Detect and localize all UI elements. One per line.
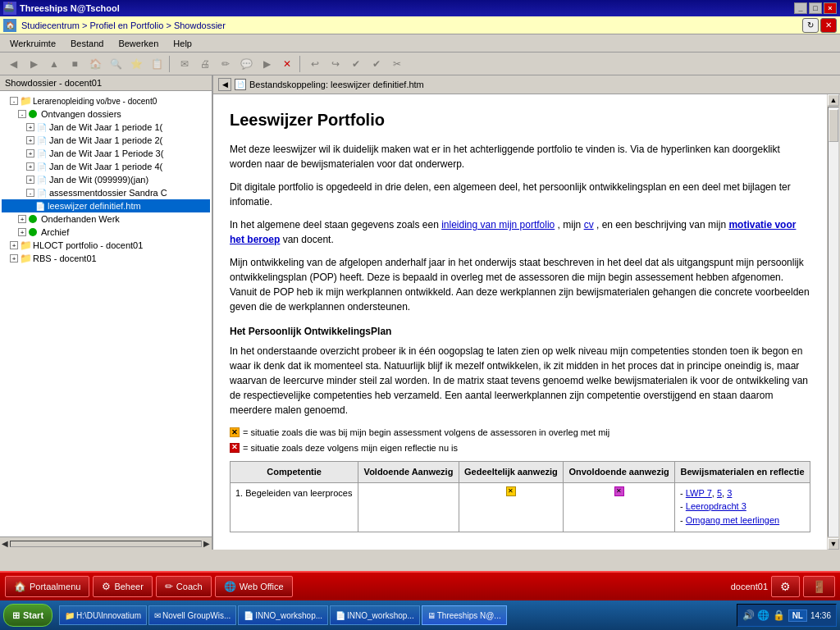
task-inno2[interactable]: 📄 INNO_workshop... bbox=[330, 605, 420, 625]
search-btn[interactable]: 🔍 bbox=[106, 55, 126, 73]
portaalmenu-icon: 🏠 bbox=[14, 581, 26, 592]
link-omgang[interactable]: Omgang met leerlingen bbox=[686, 515, 779, 525]
menu-bar: Werkruimte Bestand Bewerken Help bbox=[0, 34, 840, 52]
user-settings-btn[interactable]: ⚙ bbox=[771, 576, 800, 597]
menu-help[interactable]: Help bbox=[167, 37, 199, 50]
task-threeships[interactable]: 🖥 Threeships N@... bbox=[422, 605, 507, 625]
portaalmenu-btn[interactable]: 🏠 Portaalmenu bbox=[5, 576, 89, 597]
scroll-down-btn[interactable]: ▼ bbox=[828, 538, 839, 550]
expand-jan3[interactable]: + bbox=[26, 149, 34, 158]
menu-bestand[interactable]: Bestand bbox=[64, 37, 110, 50]
panel-nav-btn[interactable]: ◀ bbox=[218, 78, 231, 91]
task-inno2-label: INNO_workshop... bbox=[347, 611, 414, 620]
print-btn[interactable]: 🖨 bbox=[195, 55, 215, 73]
expand-jan2[interactable]: + bbox=[26, 136, 34, 144]
expand-onderhanden[interactable]: + bbox=[18, 215, 26, 223]
tree-item-ontvangen[interactable]: - Ontvangen dossiers bbox=[2, 107, 210, 121]
weboffice-btn[interactable]: 🌐 Web Office bbox=[215, 576, 293, 597]
extra4-btn[interactable]: ✔ bbox=[367, 55, 386, 73]
stop-btn[interactable]: ■ bbox=[65, 55, 84, 73]
extra3-btn[interactable]: ✔ bbox=[346, 55, 366, 73]
link-cv[interactable]: cv bbox=[584, 219, 594, 231]
start-button[interactable]: ⊞ Start bbox=[3, 604, 52, 627]
legend-item-2: ✕ = situatie zoals deze volgens mijn eig… bbox=[230, 441, 810, 455]
task-inno1[interactable]: 📄 INNO_workshop... bbox=[238, 605, 328, 625]
menu-bewerken[interactable]: Bewerken bbox=[112, 37, 165, 50]
tree-item-rbs[interactable]: + 📁 RBS - docent01 bbox=[2, 252, 210, 265]
expand-archief[interactable]: + bbox=[18, 228, 26, 236]
tree-item-assessment[interactable]: - 📄 assessmentdossier Sandra C bbox=[2, 186, 210, 199]
maximize-btn[interactable]: □ bbox=[809, 2, 822, 14]
minimize-btn[interactable]: _ bbox=[794, 2, 807, 14]
vertical-scrollbar[interactable]: ▲ ▼ bbox=[827, 94, 840, 550]
expand-assessment[interactable]: - bbox=[26, 189, 34, 197]
tree-label: Lerarenopleiding vo/bve - docent0 bbox=[33, 97, 157, 106]
scroll-right-btn[interactable]: ▶ bbox=[203, 539, 210, 548]
table-row-1: 1. Begeleiden van leerproces ✕ ✕ bbox=[231, 482, 810, 532]
task-folder[interactable]: 📁 H:\DU\Innovatium bbox=[59, 605, 147, 625]
tree-label-jan3: Jan de Wit Jaar 1 Periode 3( bbox=[49, 148, 163, 158]
expand-jan099[interactable]: + bbox=[26, 176, 34, 184]
scroll-left-btn[interactable]: ◀ bbox=[2, 539, 8, 548]
lang-indicator[interactable]: NL bbox=[788, 609, 807, 622]
edit-btn[interactable]: ✏ bbox=[216, 55, 235, 73]
tree-item-leeswijzer[interactable]: 📄 leeswijzer definitief.htm bbox=[2, 199, 210, 212]
mail-btn[interactable]: ✉ bbox=[175, 55, 194, 73]
scroll-up-btn[interactable]: ▲ bbox=[828, 94, 839, 106]
tree-item-jan3[interactable]: + 📄 Jan de Wit Jaar 1 Periode 3( bbox=[2, 147, 210, 160]
extra2-btn[interactable]: ↪ bbox=[326, 55, 345, 73]
expand-ontvangen[interactable]: - bbox=[18, 110, 26, 118]
scroll-thumb[interactable] bbox=[829, 109, 838, 142]
expand-jan1[interactable]: + bbox=[26, 123, 34, 131]
link-lwp7[interactable]: LWP 7 bbox=[686, 488, 712, 498]
discuss-btn[interactable]: 💬 bbox=[236, 55, 256, 73]
content-area[interactable]: Leeswijzer Portfolio Met deze leeswijzer… bbox=[213, 94, 827, 550]
tree-item-archief[interactable]: + Archief bbox=[2, 226, 210, 239]
delete-btn[interactable]: ✕ bbox=[277, 55, 297, 73]
coach-btn[interactable]: ✏ Coach bbox=[156, 576, 212, 597]
right-panel: ◀ 📄 Bestandskoppeling: leeswijzer defini… bbox=[213, 75, 840, 550]
tree-item-jan099[interactable]: + 📄 Jan de Wit (099999)(jan) bbox=[2, 173, 210, 186]
logout-btn[interactable]: 🚪 bbox=[803, 576, 835, 597]
green-folder-archief bbox=[28, 226, 39, 238]
extra5-btn[interactable]: ✂ bbox=[387, 55, 407, 73]
close-nav-btn[interactable]: ✕ bbox=[820, 18, 837, 33]
expand-jan4[interactable]: + bbox=[26, 162, 34, 171]
fav-btn[interactable]: ⭐ bbox=[126, 55, 146, 73]
close-btn[interactable]: × bbox=[824, 2, 837, 14]
refresh-btn[interactable]: ↻ bbox=[802, 18, 819, 33]
tree-item-root[interactable]: - 📁 Lerarenopleiding vo/bve - docent0 bbox=[2, 94, 210, 107]
left-panel-scrollbar[interactable]: ◀ ▶ bbox=[0, 536, 212, 550]
link-5[interactable]: 5 bbox=[717, 488, 722, 498]
home-toolbar-btn[interactable]: 🏠 bbox=[85, 55, 105, 73]
col-header-bewijs: Bewijsmaterialen en reflectie bbox=[675, 462, 810, 483]
extra1-btn[interactable]: ↩ bbox=[305, 55, 325, 73]
tree-item-jan4[interactable]: + 📄 Jan de Wit Jaar 1 periode 4( bbox=[2, 160, 210, 173]
menu-werkruimte[interactable]: Werkruimte bbox=[3, 37, 62, 50]
task-groupwise[interactable]: ✉ Novell GroupWis... bbox=[148, 605, 236, 625]
file-tree[interactable]: - 📁 Lerarenopleiding vo/bve - docent0 - … bbox=[0, 91, 212, 536]
up-btn[interactable]: ▲ bbox=[44, 55, 64, 73]
tree-item-onderhanden[interactable]: + Onderhanden Werk bbox=[2, 212, 210, 226]
tree-item-jan2[interactable]: + 📄 Jan de Wit Jaar 1 periode 2( bbox=[2, 134, 210, 147]
beheer-icon: ⚙ bbox=[102, 581, 111, 592]
tray-icons: 🔊 🌐 🔒 bbox=[742, 609, 785, 621]
link-3[interactable]: 3 bbox=[727, 488, 732, 498]
windows-icon: ⊞ bbox=[12, 610, 20, 621]
tree-item-hloct[interactable]: + 📁 HLOCT portfolio - docent01 bbox=[2, 239, 210, 252]
hist-btn[interactable]: 📋 bbox=[147, 55, 167, 73]
tree-item-jan1[interactable]: + 📄 Jan de Wit Jaar 1 periode 1( bbox=[2, 121, 210, 134]
tree-label-assessment: assessmentdossier Sandra C bbox=[49, 188, 167, 198]
media-btn[interactable]: ▶ bbox=[257, 55, 276, 73]
expand-rbs[interactable]: + bbox=[10, 254, 18, 262]
fwd-btn[interactable]: ▶ bbox=[24, 55, 43, 73]
doc-header-icon: 📄 bbox=[235, 79, 246, 90]
back-btn[interactable]: ◀ bbox=[3, 55, 23, 73]
link-inleiding[interactable]: inleiding van mijn portfolio bbox=[441, 219, 555, 231]
expand-root[interactable]: - bbox=[10, 97, 18, 105]
marker-pink-1: ✕ bbox=[614, 486, 624, 496]
expand-hloct[interactable]: + bbox=[10, 241, 18, 249]
beheer-btn[interactable]: ⚙ Beheer bbox=[93, 576, 152, 597]
link-leeropdracht3[interactable]: Leeropdracht 3 bbox=[686, 501, 746, 511]
clock: 14:36 bbox=[810, 611, 831, 620]
